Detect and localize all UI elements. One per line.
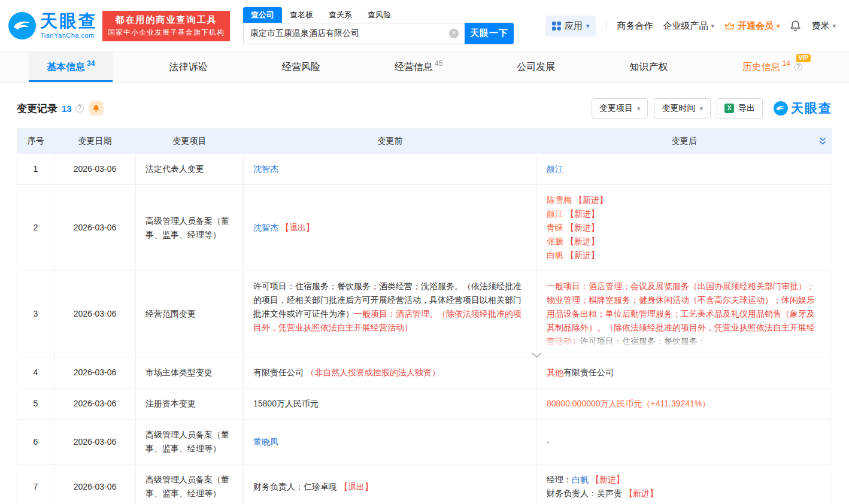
crown-icon [724,22,735,30]
tab-ip[interactable]: 知识产权 [611,52,686,82]
chevron-down-icon: ▾ [777,22,780,30]
tianyancha-logo-icon [8,12,36,40]
help-icon[interactable]: ? [794,63,802,71]
text-segment: 财务负责人：吴声贵 [547,488,624,498]
page-tabs: 基本信息34法律诉讼经营风险经营信息45公司发展知识产权历史信息14VIP? [0,51,849,83]
cell-after: 其他有限责任公司 [537,357,832,388]
cell-item: 经营范围变更 [136,271,244,357]
clear-search-icon[interactable]: × [449,29,459,38]
tianyancha-logo-icon [774,101,788,116]
text-segment: 许可项目：住宿服务；餐饮服务； [580,336,706,346]
tab-risk[interactable]: 经营风险 [264,52,338,82]
tab-operation[interactable]: 经营信息45 [377,52,460,82]
cell-date: 2026-03-06 [54,357,136,388]
change-table-body: 12026-03-06法定代表人变更沈智杰颜江22026-03-06高级管理人员… [17,154,832,504]
search-tabs: 查公司查老板查关系查风险 [243,8,514,23]
text-segment: （非自然人投资或控股的法人独资） [306,368,440,377]
search-tab-company[interactable]: 查公司 [243,7,282,23]
cell-date: 2026-03-06 [54,271,136,357]
text-segment: 颜江 [547,209,563,218]
notifications-bell-icon[interactable] [790,20,801,32]
entity-link[interactable]: 沈智杰 [253,164,278,174]
col-after: 变更后 [537,129,832,154]
top-header: 天眼查 TianYanCha.com 都在用的商业查询工具 国家中小企业发展子基… [0,0,849,51]
filter-label: 变更项目 [599,103,633,114]
cell-before: 沈智杰 【退出】 [244,185,537,271]
cell-before: 15800万人民币元 [244,388,537,420]
entity-link[interactable]: 沈智杰 [253,223,278,232]
user-menu[interactable]: 费米 ▾ [811,20,836,32]
search-area: 查公司查老板查关系查风险 × 天眼一下 [243,8,514,44]
search-row: × 天眼一下 [243,23,514,44]
col-seq: 序号 [17,129,54,154]
cell-after: 经理：白帆 【新进】财务负责人：吴声贵 【新进】 [537,464,832,504]
table-header-row: 序号 变更日期 变更项目 变更前 变更后 [17,129,832,154]
tab-count: 14 [783,59,790,68]
enterprise-products-link[interactable]: 企业级产品 ▾ [663,20,714,32]
cell-item: 法定代表人变更 [136,154,244,185]
slogan-line2: 国家中小企业发展子基金旗下机构 [108,28,225,38]
filter-change-time[interactable]: 变更时间▾ [654,98,711,119]
col-date: 变更日期 [54,129,136,154]
tab-label: 基本信息 [47,61,85,74]
help-icon[interactable]: ? [75,104,84,113]
search-tab-risk[interactable]: 查风险 [360,7,399,23]
cell-seq: 2 [17,185,54,271]
cell-seq: 1 [17,154,54,185]
username: 费米 [811,20,829,32]
text-segment: 【新进】 [563,209,599,218]
apps-grid-icon [552,22,561,31]
cell-date: 2026-03-06 [54,388,136,420]
chevron-down-icon: ▾ [711,22,714,30]
change-record-row: 32026-03-06经营范围变更许可项目：住宿服务；餐饮服务；酒类经营；洗浴服… [17,271,832,357]
section-title: 变更记录 [17,102,57,116]
tab-label: 公司发展 [517,61,555,74]
cell-item: 市场主体类型变更 [136,357,244,388]
divider [606,21,607,31]
tab-development[interactable]: 公司发展 [499,52,573,82]
search-input[interactable] [243,23,465,44]
apps-menu[interactable]: 应用 ▾ [545,16,596,37]
tab-legal[interactable]: 法律诉讼 [151,52,226,82]
logo-brand-text: 天眼查 [40,13,98,30]
export-button[interactable]: X 导出 [717,98,763,119]
entity-link[interactable]: 颜江 [547,164,563,174]
cell-seq: 4 [17,357,54,388]
text-segment: 【退出】 [339,482,373,491]
open-vip-link[interactable]: 开通会员 ▾ [724,20,780,32]
cell-item: 高级管理人员备案（董事、监事、经理等） [136,420,244,464]
cell-date: 2026-03-06 [54,185,136,271]
chevron-down-icon: ▾ [637,105,641,113]
entity-link[interactable]: 白帆 [572,475,589,484]
tab-count: 45 [435,59,442,68]
search-tab-boss[interactable]: 查老板 [282,7,321,23]
text-segment: 80800.000000万人民币元（+411.39241%） [547,399,710,408]
chevron-down-icon: ▾ [586,22,590,30]
tianyancha-logo[interactable]: 天眼查 TianYanCha.com [8,12,98,40]
collapse-all-icon[interactable] [819,137,826,145]
tab-label: 法律诉讼 [169,61,208,74]
tab-basic[interactable]: 基本信息34 [29,52,113,82]
search-tab-relation[interactable]: 查关系 [321,7,360,23]
chevron-down-icon: ▾ [832,22,836,30]
filter-change-item[interactable]: 变更项目▾ [592,98,648,119]
subscribe-bell-icon[interactable] [89,101,104,116]
text-segment: 15800万人民币元 [253,399,319,408]
text-segment: 其他 [547,368,563,377]
cell-after: 80800.000000万人民币元（+411.39241%） [537,388,832,420]
search-button[interactable]: 天眼一下 [465,23,514,44]
tab-label: 历史信息 [742,61,781,74]
text-segment: 【新进】 [589,475,624,484]
chevron-down-icon: ▾ [699,105,703,113]
cell-after: 颜江 [537,154,832,185]
tab-history[interactable]: 历史信息14VIP? [724,52,820,82]
export-label: 导出 [738,103,755,114]
entity-link[interactable]: 董晓凤 [253,437,278,447]
tab-label: 经营信息 [395,61,433,74]
expand-row-chevron-icon[interactable] [530,353,544,358]
cell-seq: 5 [17,388,54,420]
business-cooperation-link[interactable]: 商务合作 [617,20,653,32]
enterprise-label: 企业级产品 [663,20,708,32]
excel-icon: X [724,104,734,113]
change-record-row: 22026-03-06高级管理人员备案（董事、监事、经理等）沈智杰 【退出】陈雪… [17,185,832,271]
